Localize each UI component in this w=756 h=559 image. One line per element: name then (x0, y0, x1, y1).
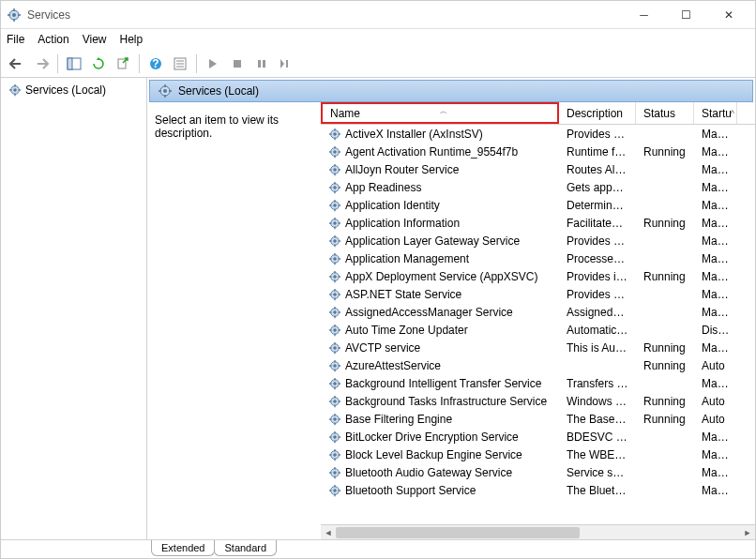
menu-file[interactable]: File (7, 33, 24, 46)
service-startup: Manu (694, 484, 737, 497)
service-row[interactable]: AppX Deployment Service (AppXSVC)Provide… (321, 267, 755, 285)
service-row[interactable]: AssignedAccessManager ServiceAssignedAc.… (321, 303, 755, 321)
column-startup[interactable]: Startu^ (694, 102, 737, 124)
show-hide-tree-button[interactable] (64, 53, 84, 74)
service-row[interactable]: Block Level Backup Engine ServiceThe WBE… (321, 446, 755, 463)
service-name: BitLocker Drive Encryption Service (345, 431, 519, 444)
service-description: Determines ... (559, 199, 636, 212)
properties-button[interactable] (170, 53, 190, 74)
tab-standard[interactable]: Standard (214, 540, 277, 556)
service-name: AppX Deployment Service (AppXSVC) (345, 270, 537, 283)
window-title: Services (27, 8, 623, 22)
service-name: AllJoyn Router Service (345, 163, 459, 176)
menu-view[interactable]: View (83, 33, 107, 46)
forward-button[interactable] (31, 53, 52, 74)
service-startup: Auto (694, 395, 737, 408)
service-startup: Manu (694, 234, 737, 248)
horizontal-scrollbar[interactable]: ◄ ► (321, 524, 755, 539)
service-row[interactable]: Agent Activation Runtime_9554f7bRuntime … (321, 143, 755, 160)
service-row[interactable]: Background Tasks Infrastructure ServiceW… (321, 392, 755, 410)
service-name: Application Identity (345, 199, 440, 212)
service-row[interactable]: ActiveX Installer (AxInstSV)Provides Us.… (321, 125, 755, 143)
service-name: Auto Time Zone Updater (345, 324, 468, 337)
menu-help[interactable]: Help (120, 33, 144, 46)
service-row[interactable]: Bluetooth Audio Gateway ServiceService s… (321, 463, 755, 481)
column-description[interactable]: Description (559, 102, 636, 124)
service-row[interactable]: Application Layer Gateway ServiceProvide… (321, 232, 755, 249)
menu-action[interactable]: Action (38, 33, 68, 46)
service-name: Application Management (345, 252, 469, 265)
service-name: ASP.NET State Service (345, 288, 461, 301)
service-description: BDESVC hos... (559, 431, 636, 444)
service-row[interactable]: Bluetooth Support ServiceThe Bluetoo...M… (321, 481, 755, 499)
gear-icon (328, 395, 341, 408)
back-button[interactable] (7, 53, 27, 74)
service-row[interactable]: BitLocker Drive Encryption ServiceBDESVC… (321, 428, 755, 446)
service-row[interactable]: Application ManagementProcesses in...Man… (321, 249, 755, 267)
svg-rect-17 (263, 60, 265, 68)
scroll-right-icon[interactable]: ► (740, 525, 755, 539)
service-startup: Manu (694, 181, 737, 194)
service-startup: Disab (694, 324, 737, 337)
gear-icon (328, 128, 341, 141)
stop-button[interactable] (227, 53, 248, 74)
service-row[interactable]: ASP.NET State ServiceProvides su...Manu (321, 285, 755, 303)
maximize-button[interactable]: ☐ (665, 2, 707, 28)
service-description: The Bluetoo... (559, 484, 636, 497)
sort-indicator-icon: ︿ (440, 106, 447, 116)
service-row[interactable]: AllJoyn Router ServiceRoutes AllJo...Man… (321, 160, 755, 178)
service-description: Runtime for... (559, 145, 636, 159)
service-startup: Manu (694, 199, 737, 212)
service-row[interactable]: Background Intelligent Transfer ServiceT… (321, 374, 755, 392)
start-button[interactable] (203, 53, 223, 74)
service-startup: Manu (694, 252, 737, 265)
service-startup: Manu (694, 270, 737, 283)
service-row[interactable]: App ReadinessGets apps re...Manu (321, 178, 755, 196)
close-button[interactable]: ✕ (707, 2, 749, 28)
pause-button[interactable] (251, 53, 272, 74)
gear-icon (158, 83, 173, 98)
scrollbar-thumb[interactable] (336, 527, 580, 538)
service-name: Bluetooth Support Service (345, 484, 476, 497)
minimize-button[interactable]: ─ (623, 2, 665, 28)
service-status: Running (636, 270, 694, 283)
service-row[interactable]: Application InformationFacilitates t...R… (321, 214, 755, 232)
tree-item-label: Services (Local) (25, 83, 106, 97)
help-button[interactable]: ? (145, 53, 166, 74)
gear-icon (328, 306, 341, 319)
panel-title: Services (Local) (178, 84, 259, 98)
gear-icon (328, 217, 341, 230)
svg-text:?: ? (152, 57, 159, 70)
service-description: Provides Us... (559, 128, 636, 141)
service-description: Automatica... (559, 324, 636, 337)
refresh-button[interactable] (88, 53, 109, 74)
svg-rect-18 (286, 60, 288, 68)
service-startup: Manu (694, 377, 737, 390)
service-startup: Manu (694, 145, 737, 159)
column-status[interactable]: Status (636, 102, 694, 124)
service-row[interactable]: Application IdentityDetermines ...Manu (321, 196, 755, 214)
tab-extended[interactable]: Extended (151, 540, 215, 556)
view-tabs: Extended Standard (1, 539, 755, 559)
gear-icon (328, 341, 341, 355)
service-row[interactable]: Base Filtering EngineThe Base Fil...Runn… (321, 410, 755, 428)
export-button[interactable] (113, 53, 133, 74)
service-row[interactable]: Auto Time Zone UpdaterAutomatica...Disab (321, 321, 755, 339)
service-startup: Auto (694, 359, 737, 372)
tree-item-services-local[interactable]: Services (Local) (5, 82, 143, 98)
scroll-left-icon[interactable]: ◄ (321, 525, 336, 539)
service-startup: Manu (694, 466, 737, 479)
service-row[interactable]: AzureAttestServiceRunningAuto (321, 356, 755, 374)
service-name: AssignedAccessManager Service (345, 306, 513, 319)
gear-icon (328, 448, 341, 461)
service-startup: Manu (694, 341, 737, 355)
service-row[interactable]: AVCTP serviceThis is Audi...RunningManu (321, 339, 755, 356)
column-name[interactable]: Name ︿ (321, 102, 559, 124)
service-status: Running (636, 145, 694, 159)
gear-icon (328, 270, 341, 283)
service-status: Running (636, 341, 694, 355)
service-description: Gets apps re... (559, 181, 636, 194)
restart-button[interactable] (276, 53, 296, 74)
service-name: Base Filtering Engine (345, 413, 452, 426)
svg-rect-15 (234, 60, 241, 68)
